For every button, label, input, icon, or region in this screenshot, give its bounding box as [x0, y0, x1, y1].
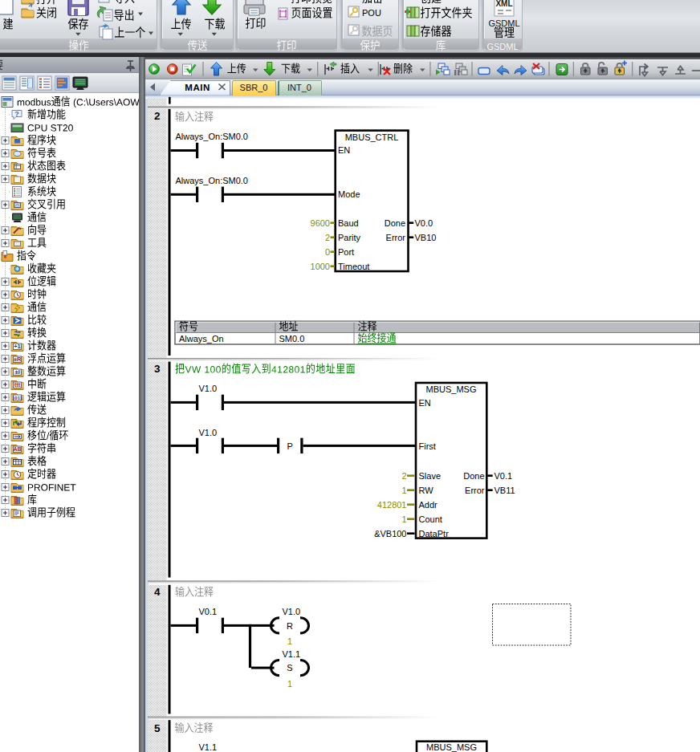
svg-text:Addr: Addr: [419, 500, 438, 510]
svg-text:V1.1: V1.1: [199, 742, 218, 752]
svg-text:AB: AB: [13, 446, 21, 452]
svg-text:Error: Error: [465, 486, 485, 495]
svg-text:Baud: Baud: [338, 218, 359, 228]
svg-text:±R: ±R: [14, 356, 22, 363]
svg-text:VB10: VB10: [415, 233, 437, 242]
svg-text:Done: Done: [463, 471, 484, 481]
svg-text:EN: EN: [338, 145, 350, 155]
svg-text:+1: +1: [14, 343, 21, 350]
svg-text:Done: Done: [385, 218, 405, 228]
svg-text:Always_On:SM0.0: Always_On:SM0.0: [176, 176, 248, 185]
svg-text:5: 5: [154, 722, 161, 734]
svg-text:?: ?: [14, 110, 19, 118]
svg-text:V1.1: V1.1: [283, 649, 301, 659]
svg-text:1011: 1011: [12, 396, 23, 400]
svg-text:Slave: Slave: [419, 471, 442, 481]
svg-text:1: 1: [287, 679, 292, 689]
svg-text:INT_0: INT_0: [287, 83, 311, 92]
svg-text:2: 2: [154, 110, 161, 122]
svg-text:1: 1: [401, 514, 406, 524]
svg-text:V1.0: V1.0: [199, 384, 218, 393]
svg-text:Parity: Parity: [338, 233, 361, 242]
svg-text:First: First: [419, 441, 436, 451]
svg-text:Count: Count: [419, 514, 442, 524]
svg-text:V0.1: V0.1: [199, 607, 218, 616]
svg-text:1: 1: [401, 486, 406, 495]
svg-text:4: 4: [154, 586, 161, 598]
svg-text:2: 2: [401, 471, 406, 481]
svg-text:±I: ±I: [15, 368, 20, 376]
svg-text:&VB100: &VB100: [374, 529, 406, 539]
svg-text:SBR_0: SBR_0: [240, 83, 268, 92]
svg-text:V0.1: V0.1: [494, 471, 513, 481]
svg-text:Always_On: Always_On: [179, 334, 224, 343]
svg-text:MAIN: MAIN: [185, 83, 210, 92]
svg-text:412801: 412801: [377, 500, 407, 510]
svg-text:Timeout: Timeout: [338, 262, 369, 271]
svg-text:9600: 9600: [311, 218, 330, 228]
svg-text:EN: EN: [419, 398, 431, 408]
svg-text:MBUS_MSG: MBUS_MSG: [426, 742, 477, 752]
svg-text:0: 0: [325, 247, 330, 257]
svg-text:RW: RW: [419, 486, 434, 495]
svg-text:1000: 1000: [311, 262, 330, 271]
svg-text:MBUS_MSG: MBUS_MSG: [426, 384, 477, 394]
svg-text:3: 3: [154, 363, 161, 375]
svg-text:R: R: [287, 621, 293, 631]
svg-text:Mode: Mode: [338, 189, 360, 199]
svg-text:XML: XML: [495, 0, 512, 8]
svg-text:2: 2: [325, 233, 330, 242]
svg-text:Port: Port: [338, 247, 354, 257]
svg-text:MBUS_CTRL: MBUS_CTRL: [345, 132, 399, 142]
svg-text:ttt: ttt: [14, 381, 21, 388]
svg-text:GSDML: GSDML: [488, 18, 519, 28]
svg-text:V1.0: V1.0: [199, 428, 218, 437]
svg-text:1: 1: [287, 636, 292, 646]
svg-text:V0.0: V0.0: [415, 218, 433, 228]
svg-text:DataPtr: DataPtr: [419, 529, 450, 539]
svg-text:Error: Error: [386, 233, 406, 242]
svg-text:GSDML: GSDML: [486, 42, 518, 51]
svg-text:S: S: [287, 663, 292, 673]
svg-text:Always_On:SM0.0: Always_On:SM0.0: [176, 132, 248, 141]
svg-text:P: P: [287, 441, 293, 451]
svg-text:VB11: VB11: [494, 486, 515, 495]
svg-text:V1.0: V1.0: [283, 607, 301, 616]
svg-text:SM0.0: SM0.0: [279, 334, 305, 343]
svg-text:POU: POU: [362, 8, 381, 18]
